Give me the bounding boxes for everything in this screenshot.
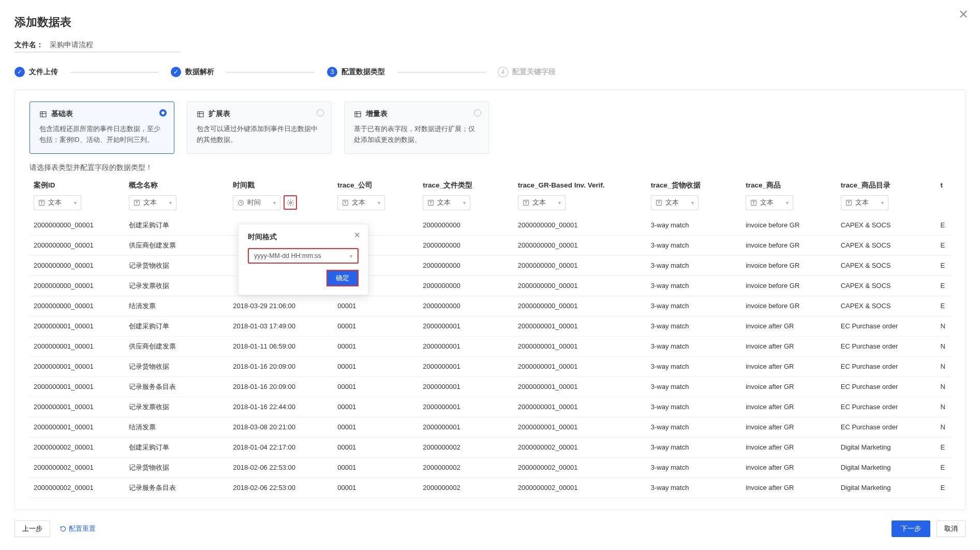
table-cell: 3-way match <box>647 255 742 276</box>
type-card-desc: 基于已有的表字段，对数据进行扩展；仅处添加或更改的数据。 <box>354 124 479 146</box>
table-cell: EC Purchase order <box>837 377 937 397</box>
prev-button[interactable]: 上一步 <box>14 520 50 537</box>
chevron-down-icon: ▾ <box>463 200 466 206</box>
table-cell: invoice after GR <box>741 397 837 417</box>
time-format-gear-button[interactable] <box>284 195 297 210</box>
table-cell: 2000000002 <box>419 477 514 498</box>
table-cell: 2018-01-16 20:09:00 <box>229 356 333 377</box>
text-icon <box>750 199 757 206</box>
table-cell: 2000000001_00001 <box>514 397 647 417</box>
step-data-parse: ✓ 数据解析 <box>171 67 214 77</box>
table-cell: 3-way match <box>647 356 742 377</box>
table-cell: invoice after GR <box>741 417 837 437</box>
table-cell: 2000000000_00001 <box>514 215 647 236</box>
table-cell: 2000000002_00001 <box>29 437 125 457</box>
column-type-select[interactable]: 时间 ▾ <box>233 195 280 210</box>
table-cell: 2000000000_00001 <box>514 255 647 276</box>
table-cell: 2000000001 <box>419 356 514 377</box>
table-cell: 创建采购订单 <box>125 437 229 457</box>
table-cell: CAPEX & SOCS <box>837 215 937 236</box>
table-type-card[interactable]: 扩展表 包含可以通过外键添加到事件日志数据中的其他数据。 <box>187 102 332 154</box>
table-cell: 00001 <box>333 356 419 377</box>
chevron-down-icon: ▾ <box>378 200 380 206</box>
table-cell: 2000000001_00001 <box>514 356 647 377</box>
column-type-select[interactable]: 文本 ▾ <box>841 195 888 210</box>
time-format-select[interactable]: yyyy-MM-dd HH:mm:ss ▾ <box>248 248 359 264</box>
table-cell: 00001 <box>333 477 419 498</box>
column-type-select[interactable]: 文本 ▾ <box>423 195 470 210</box>
next-button[interactable]: 下一步 <box>892 520 930 537</box>
table-cell: 创建采购订单 <box>125 215 229 236</box>
table-cell: 2000000002_00001 <box>514 457 647 477</box>
reset-config-link[interactable]: 配置重置 <box>60 524 96 533</box>
table-cell: 记录货物收据 <box>125 356 229 377</box>
filename-value: 采购申请流程 <box>50 40 93 50</box>
column-type-select[interactable]: 文本 ▾ <box>34 195 81 210</box>
table-cell: invoice after GR <box>741 477 837 498</box>
table-cell: EC Purchase order <box>837 356 937 377</box>
column-type-select[interactable]: 文本 ▾ <box>746 195 793 210</box>
table-cell: 2000000000_00001 <box>514 296 647 316</box>
table-type-card[interactable]: 增量表 基于已有的表字段，对数据进行扩展；仅处添加或更改的数据。 <box>344 102 489 154</box>
table-cell: 00001 <box>333 336 419 356</box>
table-cell: 3-way match <box>647 477 742 498</box>
chevron-down-icon: ▾ <box>786 200 789 206</box>
table-cell: E <box>936 296 951 316</box>
table-cell: 2000000001_00001 <box>29 377 125 397</box>
table-cell: 记录货物收据 <box>125 255 229 276</box>
text-icon <box>133 199 140 206</box>
table-cell: 2018-01-16 22:44:00 <box>229 397 333 417</box>
table-cell: 2000000001 <box>419 377 514 397</box>
filename-label: 文件名： <box>14 40 43 50</box>
text-icon <box>845 199 852 206</box>
table-cell: N <box>936 356 951 377</box>
table-cell: 3-way match <box>647 276 742 296</box>
refresh-icon <box>60 525 67 532</box>
page-title: 添加数据表 <box>14 15 966 30</box>
table-cell: invoice after GR <box>741 377 837 397</box>
table-cell: EC Purchase order <box>837 417 937 437</box>
table-cell: 2000000001_00001 <box>29 356 125 377</box>
table-row: 2000000001_00001记录发票收据2018-01-16 22:44:0… <box>29 397 951 417</box>
svg-rect-0 <box>40 111 46 117</box>
table-cell: 2000000001_00001 <box>514 336 647 356</box>
table-row: 2000000001_00001记录货物收据2018-01-16 20:09:0… <box>29 356 951 377</box>
table-cell: CAPEX & SOCS <box>837 255 937 276</box>
table-cell: 2000000001_00001 <box>514 417 647 437</box>
column-type-select[interactable]: 文本 ▾ <box>518 195 566 210</box>
svg-rect-2 <box>355 111 361 117</box>
column-type-select[interactable]: 文本 ▾ <box>651 195 699 210</box>
close-icon[interactable]: ✕ <box>958 7 969 22</box>
table-cell: 结清发票 <box>125 296 229 316</box>
column-header: trace_GR-Based Inv. Verif. <box>514 176 647 193</box>
type-card-desc: 包含可以通过外键添加到事件日志数据中的其他数据。 <box>197 124 322 146</box>
text-icon <box>523 199 529 206</box>
confirm-button-highlight: 确定 <box>326 270 359 286</box>
table-cell: 2000000000_00001 <box>29 276 125 296</box>
table-cell: 3-way match <box>647 397 742 417</box>
table-cell: invoice before GR <box>741 276 837 296</box>
table-cell: 2018-01-03 17:49:00 <box>229 316 333 336</box>
column-header: trace_文件类型 <box>419 176 514 193</box>
table-cell: 2000000001_00001 <box>514 377 647 397</box>
column-type-select[interactable]: 文本 ▾ <box>129 195 176 210</box>
table-type-card[interactable]: 基础表 包含流程还原所需的事件日志数据，至少包括：案例ID、活动、开始时间三列。 <box>29 102 174 154</box>
column-header: trace_货物收据 <box>647 176 742 193</box>
table-cell: N <box>936 397 951 417</box>
table-cell: 3-way match <box>647 316 742 336</box>
table-cell: 2000000000_00001 <box>514 235 647 255</box>
table-cell: CAPEX & SOCS <box>837 276 937 296</box>
table-cell: E <box>936 235 951 255</box>
table-cell: 2000000002_00001 <box>29 477 125 498</box>
confirm-button[interactable]: 确定 <box>328 271 358 285</box>
table-cell: 2000000000_00001 <box>29 296 125 316</box>
chevron-down-icon: ▾ <box>558 200 561 206</box>
radio-icon <box>159 109 167 117</box>
check-icon: ✓ <box>14 67 25 77</box>
table-cell: 2000000000 <box>419 255 514 276</box>
cancel-button[interactable]: 取消 <box>937 520 966 537</box>
close-icon[interactable]: ✕ <box>354 230 361 240</box>
table-cell: N <box>936 377 951 397</box>
column-type-select[interactable]: 文本 ▾ <box>337 195 385 210</box>
table-icon <box>197 110 204 118</box>
